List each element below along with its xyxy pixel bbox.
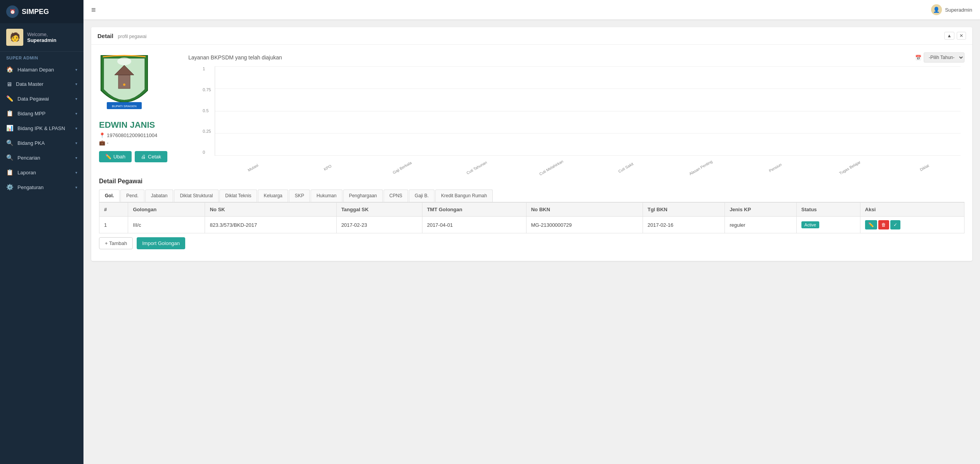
table-row: 1 III/c 823.3/573/BKD-2017 2017-02-23 20… — [99, 217, 964, 233]
sidebar-item-label: Pengaturan — [17, 184, 43, 190]
import-golongan-button[interactable]: Import Golongan — [137, 237, 185, 249]
cell-no-bkn: MG-21300000729 — [526, 217, 643, 233]
edit-row-button[interactable]: ✏️ — [865, 220, 877, 229]
detail-section: Detail Pegawai Gol. Pend. Jabatan Diklat… — [91, 178, 972, 261]
sidebar-item-pengaturan[interactable]: ⚙️ Pengaturan ▾ — [0, 180, 83, 195]
sidebar-item-label: Bidang IPK & LPASN — [17, 125, 65, 131]
sidebar-item-label: Data Pegawai — [17, 96, 49, 102]
pin-icon: 📍 — [99, 132, 105, 138]
col-jenis-kp: Jenis KP — [725, 203, 797, 217]
sidebar-item-data-master[interactable]: 🖥 Data Master ▾ — [0, 77, 83, 91]
chevron-down-icon: ▾ — [75, 126, 77, 130]
sidebar-item-label: Laporan — [17, 170, 36, 176]
topbar-username: Superadmin — [945, 7, 972, 13]
sidebar-user: 🧑 Welcome, Superadmin — [0, 23, 83, 52]
sidebar-item-halaman-depan[interactable]: 🏠 Halaman Depan ▾ — [0, 62, 83, 77]
employee-nip: 📍 197608012009011004 — [99, 132, 157, 138]
table-wrapper: # Golongan No SK Tanggal SK TMT Golongan… — [99, 202, 964, 233]
ubah-button[interactable]: ✏️ Ubah — [99, 151, 132, 162]
cetak-button[interactable]: 🖨 Cetak — [135, 151, 167, 162]
sidebar-item-bidang-pka[interactable]: 🔍 Bidang PKA ▾ — [0, 136, 83, 150]
cell-no: 1 — [99, 217, 128, 233]
cell-aksi: ✏️ 🗑 ✓ — [860, 217, 964, 233]
chart-y-labels: 1 0.75 0.5 0.25 0 — [203, 66, 211, 155]
cell-tmt-golongan: 2017-04-01 — [422, 217, 526, 233]
page-subtitle: profil pegawai — [118, 34, 146, 39]
sidebar-item-label: Halaman Depan — [17, 67, 54, 73]
col-aksi: Aksi — [860, 203, 964, 217]
grid-line — [215, 155, 961, 156]
user-info: 👤 Superadmin — [931, 4, 972, 15]
hamburger-icon[interactable]: ≡ — [91, 5, 96, 14]
main: ≡ 👤 Superadmin Detail profil pegawai ▲ ✕ — [83, 0, 980, 464]
sidebar-item-pencarian[interactable]: 🔍 Pencarian ▾ — [0, 150, 83, 165]
confirm-row-button[interactable]: ✓ — [890, 220, 900, 229]
bottom-actions: + Tambah Import Golongan — [99, 233, 964, 253]
coat-of-arms: BUPATI SRAGEN — [99, 52, 149, 115]
sidebar-item-laporan[interactable]: 📋 Laporan ▾ — [0, 165, 83, 180]
profile-section: BUPATI SRAGEN EDWIN JANIS 📍 197608012009… — [91, 45, 972, 178]
svg-text:BUPATI SRAGEN: BUPATI SRAGEN — [112, 104, 137, 108]
sidebar-header: ⏰ SIMPEG — [0, 0, 83, 23]
chevron-down-icon: ▾ — [75, 170, 77, 175]
sidebar-item-bidang-mpp[interactable]: 📋 Bidang MPP ▾ — [0, 106, 83, 121]
col-status: Status — [796, 203, 860, 217]
sidebar-item-bidang-ipk-lpasn[interactable]: 📊 Bidang IPK & LPASN ▾ — [0, 121, 83, 136]
chevron-down-icon: ▾ — [75, 185, 77, 189]
card-header: Detail profil pegawai ▲ ✕ — [91, 27, 972, 45]
sidebar-item-label: Bidang MPP — [17, 111, 45, 116]
status-badge: Active — [801, 221, 819, 228]
tab-pend[interactable]: Pend. — [120, 189, 144, 202]
card-expand-button[interactable]: ▲ — [944, 32, 954, 40]
grid-line — [215, 133, 961, 134]
delete-row-button[interactable]: 🗑 — [878, 220, 889, 229]
tab-gaji-b[interactable]: Gaji B. — [409, 189, 434, 202]
cell-tgl-bkn: 2017-02-16 — [643, 217, 725, 233]
logo-text: SIMPEG — [22, 8, 49, 16]
sidebar-item-data-pegawai[interactable]: ✏️ Data Pegawai ▾ — [0, 91, 83, 106]
welcome-text: Welcome, — [27, 32, 56, 37]
tab-jabatan[interactable]: Jabatan — [145, 189, 174, 202]
tambah-button[interactable]: + Tambah — [99, 237, 133, 249]
tab-skp[interactable]: SKP — [289, 189, 310, 202]
sidebar-username: Superadmin — [27, 37, 56, 43]
card-close-button[interactable]: ✕ — [957, 32, 966, 40]
calendar-icon: 📅 — [915, 55, 921, 61]
chart-area: 1 0.75 0.5 0.25 0 — [215, 66, 961, 156]
sidebar-section-label: SUPER ADMIN — [0, 52, 83, 62]
tab-diklat-teknis[interactable]: Diklat Teknis — [219, 189, 257, 202]
col-tmt-golongan: TMT Golongan — [422, 203, 526, 217]
tab-diklat-struktural[interactable]: Diklat Struktural — [174, 189, 219, 202]
tab-keluarga[interactable]: Keluarga — [258, 189, 288, 202]
tab-kredit-bangun-rumah[interactable]: Kredit Bangun Rumah — [435, 189, 493, 202]
logo-icon: ⏰ — [6, 5, 19, 18]
chart-icon: 📊 — [6, 125, 14, 132]
search2-icon: 🔍 — [6, 154, 14, 161]
chevron-down-icon: ▾ — [75, 111, 77, 116]
search-icon: 🔍 — [6, 139, 14, 146]
chevron-down-icon: ▾ — [75, 156, 77, 160]
chevron-down-icon: ▾ — [75, 141, 77, 145]
cell-tanggal-sk: 2017-02-23 — [336, 217, 422, 233]
profile-actions: ✏️ Ubah 🖨 Cetak — [99, 151, 167, 162]
tab-penghargaan[interactable]: Penghargaan — [343, 189, 383, 202]
col-tanggal-sk: Tanggal SK — [336, 203, 422, 217]
chart-header: Layanan BKPSDM yang telah diajukan 📅 -Pi… — [188, 52, 964, 63]
table-header-row: # Golongan No SK Tanggal SK TMT Golongan… — [99, 203, 964, 217]
grid-line — [215, 111, 961, 111]
tab-cpns[interactable]: CPNS — [384, 189, 408, 202]
year-dropdown[interactable]: -Pilih Tahun- 2017 2018 2019 2020 — [924, 52, 964, 63]
col-no-sk: No SK — [205, 203, 336, 217]
card-header-actions: ▲ ✕ — [944, 32, 966, 40]
sidebar: ⏰ SIMPEG 🧑 Welcome, Superadmin SUPER ADM… — [0, 0, 83, 464]
cell-status: Active — [796, 217, 860, 233]
user-avatar-icon: 👤 — [931, 4, 942, 15]
col-tgl-bkn: Tgl BKN — [643, 203, 725, 217]
tab-gol[interactable]: Gol. — [99, 189, 120, 202]
col-no-bkn: No BKN — [526, 203, 643, 217]
sidebar-item-label: Bidang PKA — [17, 140, 45, 146]
col-golongan: Golongan — [128, 203, 205, 217]
chart-section: Layanan BKPSDM yang telah diajukan 📅 -Pi… — [188, 52, 964, 170]
col-no: # — [99, 203, 128, 217]
tab-hukuman[interactable]: Hukuman — [311, 189, 342, 202]
